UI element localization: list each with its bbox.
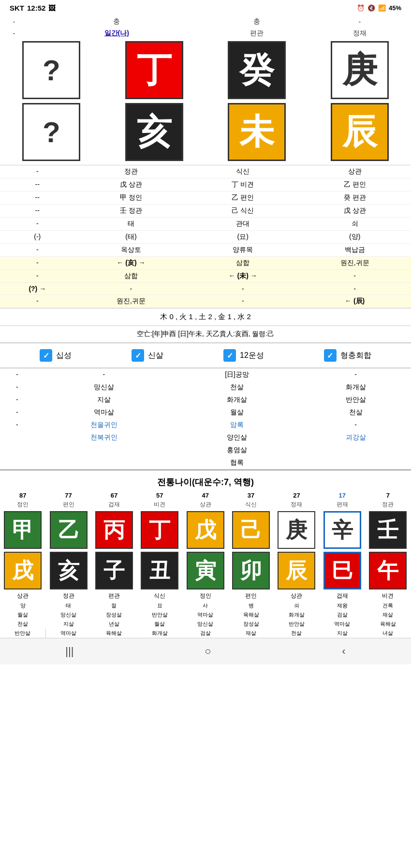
checkbox-12unseong[interactable]: ✓ 12운성 <box>223 349 264 362</box>
char-top-1: 丁 <box>103 39 206 101</box>
daewun-title: 전통나이(대운수:7, 역행) <box>157 477 254 487</box>
char-top-row: ? 丁 癸 庚 <box>0 39 411 101</box>
sinsal-row-7: 협록 <box>0 456 411 470</box>
char-box-geng: 庚 <box>331 41 389 99</box>
sinsal-row-2: - 지살 화개살 반안살 <box>0 394 411 406</box>
sinsal-row-1: - 망신살 천살 화개살 <box>0 381 411 394</box>
char-top-2: 癸 <box>206 39 308 101</box>
checkbox-hyeongchung[interactable]: ✓ 형충회합 <box>324 349 371 362</box>
status-bar: SKT 12:52 🖼 ⏰ 🔇 📶 45% <box>0 0 411 16</box>
header-table: - 충 충 - - 일간(나) 편관 정재 <box>0 16 411 39</box>
element-text: 木 0 , 火 1 , 土 2 , 金 1 , 水 2 <box>160 312 251 321</box>
sinsal-row-3: - 역마살 월살 천살 <box>0 406 411 419</box>
photo-icon: 🖼 <box>48 4 56 12</box>
dw-char-xin: 辛 <box>323 511 361 549</box>
bottom-nav: ||| ○ ‹ <box>0 638 411 664</box>
dw-char-ren: 壬 <box>369 511 407 549</box>
dw-char-si: 巳 <box>323 552 361 589</box>
special-row: 空亡:[年]申酉 [日]午未, 天乙貴人:亥酉, 월령:己 <box>0 326 411 343</box>
dw-char-ji: 己 <box>232 511 270 549</box>
dw-char-ding: 丁 <box>141 511 178 549</box>
daewun-table: 87 77 67 57 47 37 27 17 7 정인 편인 겁재 비견 상관… <box>0 491 411 638</box>
col3-label: 정재 <box>308 28 411 39</box>
wifi-icon: 📶 <box>378 4 386 12</box>
daewun-bot-label3: 월살 망신살 장성살 반안살 역마살 육해살 화개살 검살 재살 <box>0 610 411 619</box>
info-row-2: -- 甲 정인 乙 편인 癸 편관 <box>0 191 411 205</box>
dw-char-jia: 甲 <box>4 511 42 549</box>
daewun-label-row: 정인 편인 겁재 비견 상관 식신 정재 편재 정관 <box>0 500 411 510</box>
char-bottom-row: ? 亥 未 辰 <box>0 101 411 163</box>
nav-menu-icon[interactable]: ||| <box>65 645 73 658</box>
label-row: - 일간(나) 편관 정재 <box>0 28 411 39</box>
cb-hyeongchung-label: 형충회합 <box>340 351 371 361</box>
dw-char-wu2: 午 <box>369 552 407 589</box>
dw-char-geng: 庚 <box>278 511 315 549</box>
col1-label: 일간(나) <box>28 28 206 39</box>
char-box-ding: 丁 <box>125 41 183 99</box>
char-box-hai: 亥 <box>125 103 183 161</box>
sinsal-row-6: 홍염살 <box>0 444 411 456</box>
col2-label: 편관 <box>206 28 308 39</box>
info-row-7: - ← (亥) → 삼합 원진,귀문 <box>0 257 411 270</box>
nav-home-icon[interactable]: ○ <box>205 645 211 658</box>
char-bot-0: ? <box>0 101 103 163</box>
col2-top: 충 <box>206 16 308 28</box>
char-box-wei: 未 <box>228 103 286 161</box>
cb-12unseong-icon: ✓ <box>223 349 236 362</box>
info-row-5: (-) (태) (묘) (양) <box>0 231 411 244</box>
sinsal-table: - - [日]공망 - - 망신살 천살 화개살 - 지살 화개살 반안살 - … <box>0 368 411 470</box>
sinsal-row-0: - - [日]공망 - <box>0 368 411 382</box>
sinsal-row-5: 천복귀인 양인살 괴강살 <box>0 431 411 444</box>
cb-sipseong-icon: ✓ <box>40 349 52 362</box>
nav-back-icon[interactable]: ‹ <box>342 645 345 658</box>
dw-char-mao: 卯 <box>232 552 270 589</box>
col0-top: - <box>0 16 28 28</box>
battery: 45% <box>389 4 401 12</box>
char-top-3: 庚 <box>308 39 411 101</box>
info-row-8: - 삼합 ← (未) → - <box>0 270 411 283</box>
chung-row: - 충 충 - <box>0 16 411 28</box>
info-row-1: -- 戊 상관 丁 비견 乙 편인 <box>0 178 411 191</box>
daewun-top-chars: 甲 乙 丙 丁 戊 己 庚 辛 壬 <box>0 510 411 550</box>
daewun-bot-label5: 반안살 역마살 육해살 화개살 검살 재살 천살 지살 녀살 <box>0 629 411 638</box>
checkbox-row: ✓ 십성 ✓ 신살 ✓ 12운성 ✓ 형충회합 <box>0 343 411 368</box>
dw-char-chen: 辰 <box>278 552 315 589</box>
info-row-4: - 태 관대 쇠 <box>0 218 411 231</box>
info-row-3: -- 壬 정관 己 식신 戊 상관 <box>0 205 411 218</box>
char-box-question-top: ? <box>22 41 80 99</box>
special-text: 空亡:[年]申酉 [日]午未, 天乙貴人:亥酉, 월령:己 <box>137 330 275 338</box>
char-bot-3: 辰 <box>308 101 411 163</box>
mute-icon: 🔇 <box>367 4 375 12</box>
cb-12unseong-label: 12운성 <box>240 351 264 361</box>
cb-hyeongchung-icon: ✓ <box>324 349 337 362</box>
daewun-scroll[interactable]: 87 77 67 57 47 37 27 17 7 정인 편인 겁재 비견 상관… <box>0 491 411 638</box>
info-row-9: (?) → - - - <box>0 283 411 295</box>
daewun-bot-label2: 양 태 절 묘 사 병 쇠 제왕 건록 <box>0 601 411 610</box>
info-row-0: - 정관 식신 상관 <box>0 165 411 178</box>
age-row: 87 77 67 57 47 37 27 17 7 <box>0 491 411 500</box>
col3-top: - <box>308 16 411 28</box>
status-left: SKT 12:52 🖼 <box>10 4 56 12</box>
daewun-bot-label1: 상관 정관 편관 식신 정인 편인 상관 겁재 비견 <box>0 591 411 601</box>
status-right: ⏰ 🔇 📶 45% <box>357 4 401 12</box>
carrier: SKT <box>10 4 24 12</box>
checkbox-sinsal[interactable]: ✓ 신살 <box>132 349 163 362</box>
dw-char-yi: 乙 <box>50 511 88 549</box>
alarm-icon: ⏰ <box>357 4 365 12</box>
cb-sipseong-label: 십성 <box>56 351 72 361</box>
col0-label: - <box>0 28 28 39</box>
sinsal-row-4: - 천을귀인 암록 - <box>0 419 411 431</box>
time: 12:52 <box>27 4 45 12</box>
cb-sinsal-label: 신살 <box>148 351 163 361</box>
daewun-header: 전통나이(대운수:7, 역행) <box>0 470 411 491</box>
char-top-0: ? <box>0 39 103 101</box>
dw-char-xu: 戌 <box>4 552 42 589</box>
element-row: 木 0 , 火 1 , 土 2 , 金 1 , 水 2 <box>0 308 411 326</box>
char-box-chen: 辰 <box>331 103 389 161</box>
info-row-6: - 옥상토 양류목 백납금 <box>0 244 411 257</box>
character-grid: ? 丁 癸 庚 ? 亥 未 辰 <box>0 39 411 163</box>
dw-char-zi: 子 <box>95 552 133 589</box>
info-row-10: - 원진,귀문 - ← (辰) <box>0 295 411 308</box>
dw-char-chou: 丑 <box>141 552 178 589</box>
checkbox-sipseong[interactable]: ✓ 십성 <box>40 349 72 362</box>
